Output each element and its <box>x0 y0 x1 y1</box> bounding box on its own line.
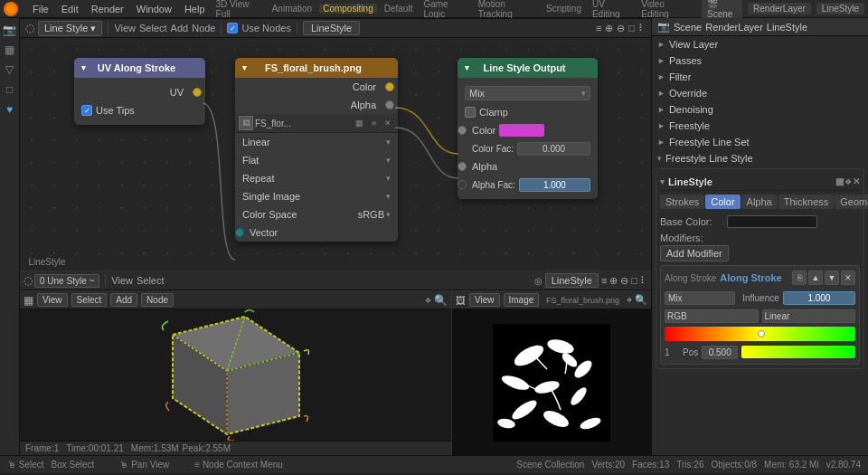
node-fs-color-space-row[interactable]: Color Space sRGB ▾ <box>235 205 398 223</box>
node-ls-collapse[interactable]: ▾ <box>465 63 469 72</box>
menu-edit[interactable]: Edit <box>56 0 84 17</box>
vp-img-zoom[interactable]: 🔍 <box>635 294 647 306</box>
ls-icon-1[interactable]: ▦ <box>835 176 844 186</box>
lower-more[interactable]: ⠇ <box>640 275 647 287</box>
vp3d-select-btn[interactable]: Select <box>71 293 108 307</box>
mod-up-btn[interactable]: ▲ <box>808 271 823 285</box>
rp-filter[interactable]: ► Filter <box>652 69 868 85</box>
vp3d-icon[interactable]: ▦ <box>24 294 33 307</box>
mod-blend-field[interactable]: Mix <box>665 291 735 305</box>
mod-interp-select[interactable]: Linear <box>762 309 856 323</box>
ls-icon-3[interactable]: ✕ <box>853 176 860 186</box>
rp-freestyle-line-style[interactable]: ▾ Freestyle Line Style <box>652 150 868 166</box>
node-fs-dropdown-flat[interactable]: Flat ▾ <box>235 151 398 169</box>
node-fs-close-icon[interactable]: ✕ <box>382 117 394 129</box>
node-uv-use-tips-row[interactable]: Use Tips <box>74 101 205 119</box>
ls-add-modifier-btn[interactable]: Add Modifier <box>660 245 729 261</box>
vp-img-view-btn[interactable]: View <box>469 293 500 307</box>
node-ls-colorfac-field[interactable]: 0.000 <box>517 142 590 156</box>
node-fs-save-icon[interactable]: ⎆ <box>367 117 380 129</box>
more-btn[interactable]: ⠇ <box>638 23 646 34</box>
sidebar-icon-layers[interactable]: ▦ <box>2 42 18 58</box>
rp-linestyle-label[interactable]: LineStyle <box>767 22 807 33</box>
node-ls-clamp-row[interactable]: Clamp <box>458 103 598 121</box>
ramp-pos-field[interactable]: 0.500 <box>702 346 738 359</box>
editor-type-icon[interactable]: ◌ <box>25 22 34 34</box>
add-menu[interactable]: Add <box>171 23 189 33</box>
ls-tab-thickness[interactable]: Thickness <box>778 195 835 209</box>
sidebar-icon-filter[interactable]: ▽ <box>2 62 18 78</box>
slot-btn[interactable]: ≡ <box>596 23 601 34</box>
ls-icon-2[interactable]: ⎆ <box>845 176 851 186</box>
workspace-animation[interactable]: Animation <box>269 4 316 14</box>
rp-freestyle-line-set[interactable]: ► Freestyle Line Set <box>652 134 868 150</box>
view-menu[interactable]: View <box>114 23 136 33</box>
vp3d-zoom-icon[interactable]: 🔍 <box>434 294 448 307</box>
linestyle-mode-btn[interactable]: Line Style ▾ <box>38 21 102 36</box>
node-ls-alphafac-field[interactable]: 1.000 <box>519 178 590 192</box>
menu-render[interactable]: Render <box>86 0 129 17</box>
mod-delete-btn[interactable]: ✕ <box>841 271 855 285</box>
workspace-game-logic[interactable]: Game Logic <box>420 0 470 19</box>
node-menu[interactable]: Node <box>192 23 215 33</box>
vp-img-image-btn[interactable]: Image <box>504 293 540 307</box>
rp-denoising[interactable]: ► Denoising <box>652 101 868 118</box>
menu-window[interactable]: Window <box>131 0 177 17</box>
linestyle-name-field[interactable]: LineStyle <box>303 21 360 35</box>
workspace-uv-editing[interactable]: UV Editing <box>589 0 634 19</box>
sidebar-icon-override[interactable]: □ <box>2 81 18 98</box>
node-fs-image-thumb[interactable]: 🖼 <box>239 116 253 130</box>
node-uv-along-stroke[interactable]: ▾ UV Along Stroke UV Use Tips <box>74 58 205 125</box>
use-nodes-checkbox[interactable] <box>227 23 238 33</box>
vp-img-icon[interactable]: 🖼 <box>456 295 466 306</box>
menu-help[interactable]: Help <box>179 0 211 17</box>
fit-btn[interactable]: □ <box>628 23 635 34</box>
lower-slot-btn[interactable]: ≡ <box>601 275 607 286</box>
lower-select-btn[interactable]: Select <box>137 275 165 286</box>
vp3d-view-btn[interactable]: View <box>37 293 68 307</box>
workspace-3d-label[interactable]: 3D View Full <box>212 0 265 19</box>
node-uv-collapse[interactable]: ▾ <box>81 63 86 72</box>
workspace-scripting[interactable]: Scripting <box>542 4 585 14</box>
mod-down-btn[interactable]: ▼ <box>825 271 839 285</box>
menu-file[interactable]: File <box>27 0 54 17</box>
mod-influence-value[interactable]: 1.000 <box>783 291 855 305</box>
workspace-compositing[interactable]: Compositing <box>319 4 377 14</box>
rp-view-layer[interactable]: ► View Layer <box>652 36 868 52</box>
rp-render-label[interactable]: RenderLayer <box>705 22 763 33</box>
vp3d-node-btn[interactable]: Node <box>141 293 174 307</box>
node-line-style-output[interactable]: ▾ Line Style Output Mix ▾ C <box>458 58 598 199</box>
zoom-in-btn[interactable]: ⊕ <box>605 23 613 34</box>
renderlayer-selector[interactable]: RenderLayer <box>748 3 811 14</box>
ls-base-color-swatch[interactable] <box>727 215 817 228</box>
zoom-out-btn[interactable]: ⊖ <box>617 23 625 34</box>
workspace-default[interactable]: Default <box>381 4 417 14</box>
sidebar-icon-camera[interactable]: 📷 <box>2 22 18 38</box>
workspace-video-editing[interactable]: Video Editing <box>637 0 693 19</box>
node-fs-collapse[interactable]: ▾ <box>242 63 247 72</box>
node-fs-floral-brush[interactable]: ▾ FS_floral_brush.png Color Alpha <box>235 58 398 242</box>
workspace-motion-tracking[interactable]: Motion Tracking <box>475 0 539 19</box>
mod-colorspace-select[interactable]: RGB <box>665 309 759 323</box>
lower-overlay-icon[interactable]: ◎ <box>534 276 542 286</box>
node-ls-mix-row[interactable]: Mix ▾ <box>458 83 598 103</box>
node-ls-clamp-checkbox[interactable] <box>465 107 476 118</box>
lower-zoom-in[interactable]: ⊕ <box>609 275 618 287</box>
vp3d-add-btn[interactable]: Add <box>110 293 137 307</box>
viewport-3d[interactable]: ▦ View Select Add Node ⌖ 🔍 <box>20 291 452 455</box>
scene-selector[interactable]: 🎬 Scene <box>702 0 742 20</box>
rp-passes[interactable]: ► Passes <box>652 52 868 69</box>
node-fs-dropdown-repeat[interactable]: Repeat ▾ <box>235 169 398 187</box>
lower-view-btn[interactable]: View <box>111 275 133 286</box>
node-fs-browse-icon[interactable]: ▦ <box>353 117 365 129</box>
rp-freestyle[interactable]: ► Freestyle <box>652 118 868 134</box>
linestyle-selector[interactable]: LineStyle <box>816 3 864 14</box>
lower-linestyle-name[interactable]: LineStyle <box>545 273 599 288</box>
use-nodes-toggle[interactable]: Use Nodes <box>227 23 290 33</box>
lower-fit[interactable]: □ <box>631 275 637 286</box>
color-ramp-bar[interactable] <box>665 327 855 341</box>
ls-tab-strokes[interactable]: Strokes <box>660 195 704 209</box>
mod-copy-btn[interactable]: ⎘ <box>792 271 807 285</box>
node-fs-dropdown-single-image[interactable]: Single Image ▾ <box>235 187 398 205</box>
vp3d-cursor-icon[interactable]: ⌖ <box>425 294 431 307</box>
